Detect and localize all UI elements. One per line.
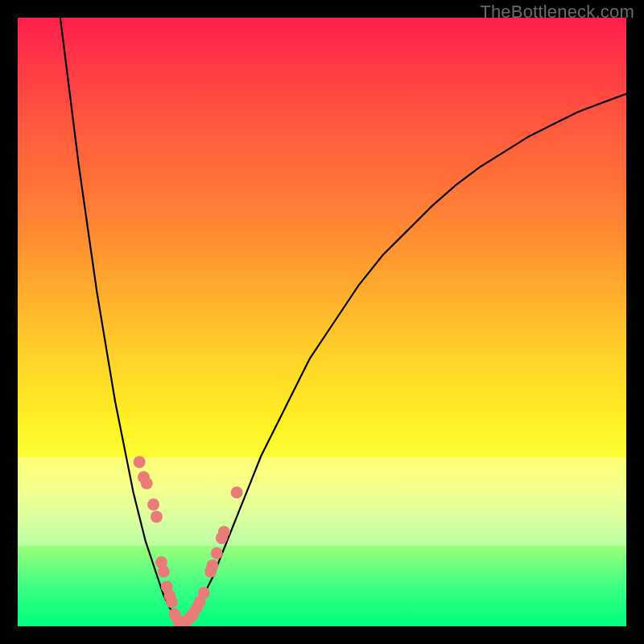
data-dot (164, 590, 176, 602)
data-dot (178, 616, 190, 626)
data-dot (206, 559, 218, 572)
data-dot (216, 532, 228, 544)
data-dot (198, 587, 210, 599)
data-dot (155, 556, 167, 568)
data-dot (187, 608, 199, 620)
data-dot (211, 547, 223, 559)
data-dot (218, 526, 230, 538)
curve-left (60, 18, 182, 623)
data-dot (134, 456, 146, 468)
data-dot (158, 565, 170, 577)
curve-right (182, 94, 626, 624)
data-dot (138, 471, 150, 483)
data-dot (141, 477, 153, 489)
data-dot (151, 510, 163, 522)
data-dot (180, 615, 192, 626)
data-dot (161, 580, 173, 592)
data-dot (194, 596, 206, 608)
data-dot (231, 486, 243, 498)
data-dot (147, 498, 159, 510)
data-dots (134, 456, 243, 626)
data-dot (166, 596, 178, 608)
data-dot (171, 614, 184, 626)
data-dot (184, 611, 196, 623)
data-dot (174, 615, 186, 626)
data-dot (204, 565, 217, 577)
data-dot (169, 608, 181, 620)
plot-area (18, 18, 626, 626)
data-dot (191, 602, 203, 614)
highlight-band (18, 457, 626, 546)
chart-svg (18, 18, 626, 626)
